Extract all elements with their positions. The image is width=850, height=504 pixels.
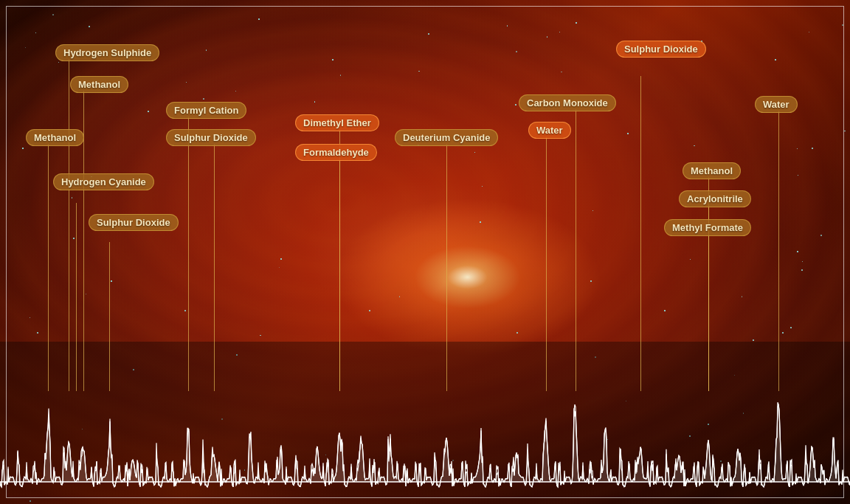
spectrum-chart [0, 342, 850, 504]
indicator-line-sulphur-dioxide-3 [640, 76, 641, 391]
label-dimethyl-ether: Dimethyl Ether [295, 114, 379, 131]
label-methanol-2: Methanol [26, 129, 84, 146]
indicator-line-water-2 [778, 111, 779, 391]
indicator-line-sulphur-dioxide-1 [109, 242, 110, 391]
indicator-line-carbon-monoxide [576, 109, 576, 391]
indicator-line-water-1 [546, 137, 547, 391]
indicator-line-formyl-cation [188, 117, 189, 391]
label-hydrogen-cyanide: Hydrogen Cyanide [53, 173, 154, 190]
indicator-line-deuterium-cyanide [446, 144, 447, 391]
indicator-line-hydrogen-cyanide [76, 203, 77, 391]
indicator-line-formaldehyde [339, 159, 340, 391]
label-formaldehyde: Formaldehyde [295, 144, 377, 161]
label-deuterium-cyanide: Deuterium Cyanide [395, 129, 498, 146]
label-sulphur-dioxide-1: Sulphur Dioxide [89, 214, 179, 231]
indicator-line-methyl-formate [708, 234, 709, 391]
main-container: Hydrogen SulphideMethanolMethanolHydroge… [0, 0, 850, 504]
label-carbon-monoxide: Carbon Monoxide [519, 94, 616, 111]
label-formyl-cation: Formyl Cation [166, 102, 246, 119]
label-water-1: Water [528, 122, 571, 139]
label-sulphur-dioxide-2: Sulphur Dioxide [166, 129, 256, 146]
indicator-line-sulphur-dioxide-2 [214, 144, 215, 391]
label-water-2: Water [755, 96, 798, 113]
label-methyl-formate: Methyl Formate [664, 219, 751, 236]
label-sulphur-dioxide-3: Sulphur Dioxide [616, 41, 706, 58]
label-methanol-1: Methanol [70, 76, 128, 93]
label-methanol-3: Methanol [683, 162, 741, 179]
label-acrylonitrile: Acrylonitrile [679, 190, 751, 207]
indicator-line-methanol-2 [48, 144, 49, 391]
indicator-line-hydrogen-sulphide [69, 59, 69, 391]
label-hydrogen-sulphide: Hydrogen Sulphide [55, 44, 159, 61]
